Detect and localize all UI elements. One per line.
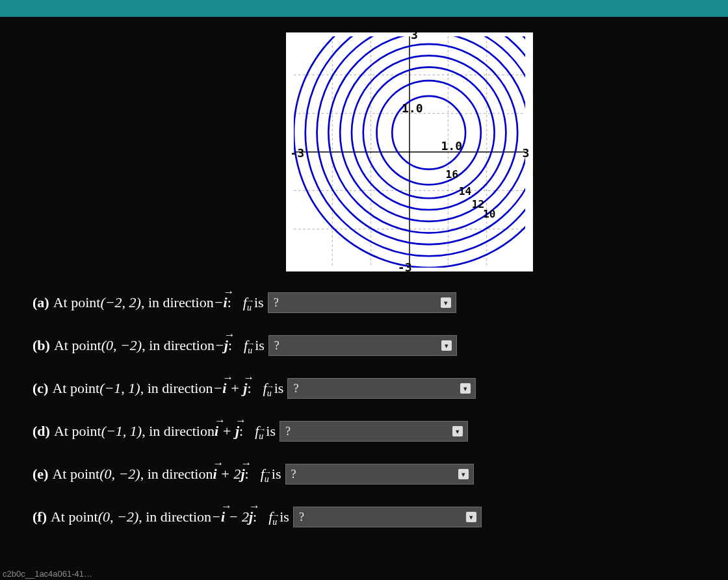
fu-d-block: f→u is ? ▾ <box>255 421 468 442</box>
svg-point-12 <box>363 67 495 198</box>
direction-e: →i + 2→j <box>213 465 244 484</box>
direction-f: −→i − 2→j <box>211 508 253 527</box>
question-d: (d) At point (−1, 1) , in direction →i +… <box>32 421 696 442</box>
figure-container: -3 3 3 -3 1.0 1.0 16 14 12 10 <box>124 17 696 283</box>
fu-f-block: f→u is ? ▾ <box>268 507 482 527</box>
question-a: (a) At point (−2, 2) , in direction −→i … <box>32 292 696 313</box>
fu-c-block: f→u is ? ▾ <box>263 378 476 399</box>
answer-e-select[interactable]: ? <box>285 464 474 485</box>
question-list: (a) At point (−2, 2) , in direction −→i … <box>32 292 696 527</box>
question-f-label: (f) <box>32 508 47 527</box>
question-b-text: (b) At point (0, −2) , in direction −→j … <box>32 336 232 355</box>
fu-e-block: f→u is ? ▾ <box>261 464 474 485</box>
level-16: 16 <box>445 168 458 181</box>
answer-a-wrap: ? ▾ <box>268 292 456 313</box>
x-max-label: 3 <box>523 146 530 160</box>
point-d: (−1, 1) <box>101 422 142 441</box>
fu-b-block: f→u is ? ▾ <box>244 335 457 356</box>
question-f: (f) At point (0, −2) , in direction −→i … <box>32 507 696 527</box>
svg-point-15 <box>328 32 529 233</box>
question-b: (b) At point (0, −2) , in direction −→j … <box>32 335 696 356</box>
answer-f-wrap: ? ▾ <box>293 507 482 527</box>
contour-plot: -3 3 3 -3 1.0 1.0 16 14 12 10 <box>286 32 533 271</box>
answer-b-select[interactable]: ? <box>268 335 457 356</box>
direction-a: −→i <box>214 294 228 312</box>
footer-id-text: c2b0c__1ac4a061-41… <box>0 568 95 580</box>
content-area: -3 3 3 -3 1.0 1.0 16 14 12 10 <box>0 17 728 527</box>
direction-b: −→j <box>214 336 228 355</box>
answer-f-select[interactable]: ? <box>293 507 482 527</box>
level-10: 10 <box>483 208 495 220</box>
top-teal-bar <box>0 0 728 17</box>
direction-d: →i + →j <box>214 422 239 441</box>
answer-a-select[interactable]: ? <box>268 292 456 313</box>
x-one-label: 1.0 <box>441 139 462 153</box>
answer-e-wrap: ? ▾ <box>285 464 474 485</box>
question-a-label: (a) <box>32 294 49 312</box>
question-f-text: (f) At point (0, −2) , in direction −→i … <box>32 508 257 527</box>
y-min-label: -3 <box>398 260 412 271</box>
point-f: (0, −2) <box>98 508 139 527</box>
answer-d-wrap: ? ▾ <box>280 421 468 442</box>
contour-svg: -3 3 3 -3 1.0 1.0 16 14 12 10 <box>286 32 533 271</box>
y-one-label: 1.0 <box>402 101 423 115</box>
point-c: (−1, 1) <box>99 379 140 398</box>
x-min-label: -3 <box>290 146 304 160</box>
svg-point-13 <box>352 56 506 210</box>
question-d-text: (d) At point (−1, 1) , in direction →i +… <box>32 422 243 441</box>
answer-b-wrap: ? ▾ <box>268 335 457 356</box>
answer-d-select[interactable]: ? <box>280 421 468 442</box>
answer-c-select[interactable]: ? <box>287 378 476 399</box>
question-e-label: (e) <box>32 465 48 484</box>
y-max-label: 3 <box>411 32 418 42</box>
question-e: (e) At point (0, −2) , in direction →i +… <box>32 464 696 485</box>
level-14: 14 <box>459 185 471 197</box>
direction-c: −→i + →j <box>213 379 247 398</box>
question-c: (c) At point (−1, 1) , in direction −→i … <box>32 378 696 399</box>
svg-point-16 <box>317 32 533 244</box>
answer-c-wrap: ? ▾ <box>287 378 476 399</box>
question-a-text: (a) At point (−2, 2) , in direction −→i … <box>32 294 231 312</box>
question-c-label: (c) <box>32 379 48 398</box>
point-e: (0, −2) <box>99 465 140 484</box>
question-e-text: (e) At point (0, −2) , in direction →i +… <box>32 465 249 484</box>
point-b: (0, −2) <box>101 336 142 355</box>
question-c-text: (c) At point (−1, 1) , in direction −→i … <box>32 379 252 398</box>
question-d-label: (d) <box>32 422 50 441</box>
point-a: (−2, 2) <box>100 294 141 312</box>
fu-a-block: f→u is ? ▾ <box>243 292 456 313</box>
question-b-label: (b) <box>32 336 50 355</box>
svg-point-14 <box>340 44 517 221</box>
